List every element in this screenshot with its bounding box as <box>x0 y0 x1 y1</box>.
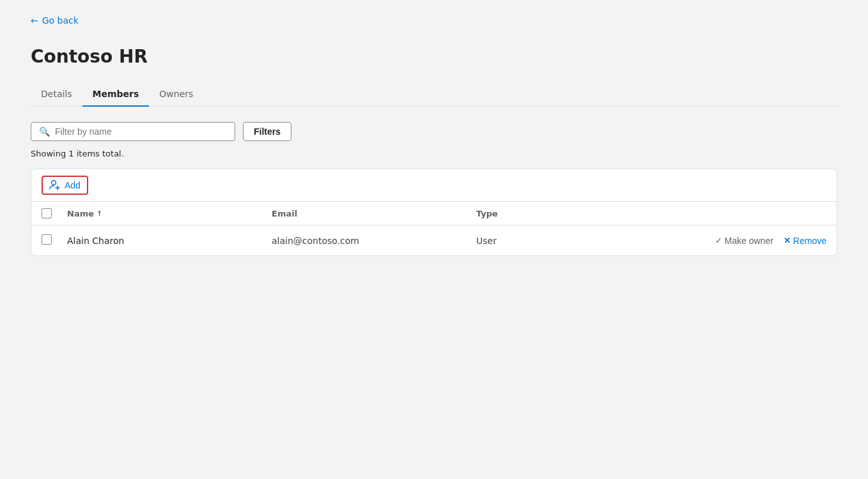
header-actions <box>604 208 826 218</box>
tab-owners[interactable]: Owners <box>149 82 203 107</box>
header-checkbox <box>42 208 67 218</box>
row-email: alain@contoso.com <box>272 236 476 246</box>
page-container: ← Go back Contoso HR Details Members Own… <box>0 0 868 479</box>
row-actions: ✓ Make owner ✕ Remove <box>604 236 826 246</box>
svg-point-0 <box>52 181 56 185</box>
go-back-link[interactable]: ← Go back <box>31 15 79 26</box>
tabs-container: Details Members Owners <box>31 82 837 107</box>
make-owner-label: Make owner <box>725 236 773 246</box>
header-name: Name ↑ <box>67 208 272 218</box>
row-type: User <box>476 236 604 246</box>
tab-details[interactable]: Details <box>31 82 82 107</box>
filters-button[interactable]: Filters <box>243 122 291 141</box>
search-icon: 🔍 <box>39 126 50 137</box>
table-header: Name ↑ Email Type <box>31 202 837 225</box>
table-container: Add Name ↑ Email Type Alain Charon <box>31 169 837 256</box>
add-label: Add <box>65 180 81 190</box>
person-add-icon <box>49 179 61 191</box>
remove-button[interactable]: ✕ Remove <box>784 236 826 246</box>
search-input-wrapper: 🔍 <box>31 122 235 141</box>
sort-arrow-icon[interactable]: ↑ <box>97 209 102 218</box>
row-name: Alain Charon <box>67 236 272 246</box>
back-arrow-icon: ← <box>31 15 38 26</box>
remove-label: Remove <box>793 236 826 246</box>
header-email: Email <box>272 208 476 218</box>
tab-members[interactable]: Members <box>82 82 150 107</box>
header-checkbox-input[interactable] <box>42 208 52 218</box>
x-icon: ✕ <box>784 236 791 245</box>
filter-row: 🔍 Filters <box>31 122 837 141</box>
row-checkbox-input[interactable] <box>42 234 52 245</box>
search-input[interactable] <box>55 126 227 137</box>
make-owner-button[interactable]: ✓ Make owner <box>715 236 773 246</box>
row-checkbox-cell <box>42 234 67 247</box>
header-type: Type <box>476 208 604 218</box>
checkmark-icon: ✓ <box>715 236 722 245</box>
go-back-label: Go back <box>42 15 79 26</box>
items-count: Showing 1 items total. <box>31 149 837 158</box>
page-title: Contoso HR <box>31 46 837 67</box>
table-row: Alain Charon alain@contoso.com User ✓ Ma… <box>31 225 837 255</box>
toolbar-row: Add <box>31 169 837 202</box>
add-button[interactable]: Add <box>42 176 88 195</box>
